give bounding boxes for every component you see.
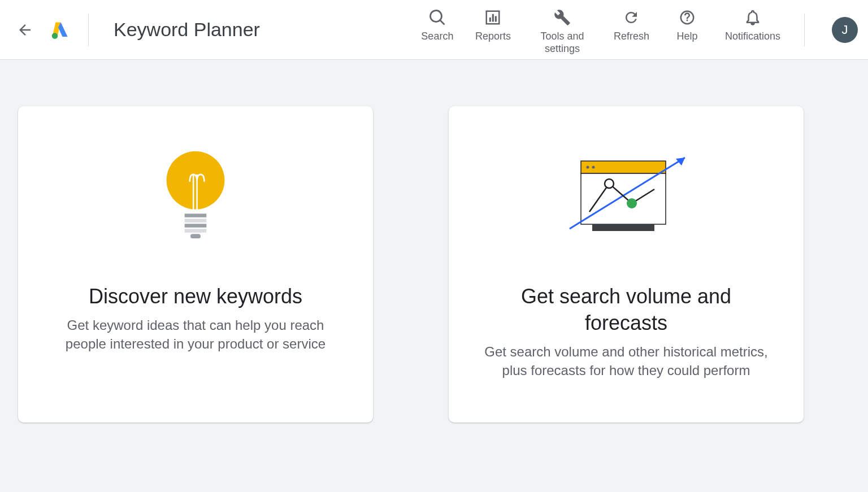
volume-card-title: Get search volume and forecasts	[491, 284, 762, 337]
wrench-icon	[553, 8, 572, 27]
header-left: Keyword Planner	[16, 14, 260, 46]
svg-rect-9	[185, 224, 207, 227]
user-avatar[interactable]: J	[832, 17, 858, 43]
svg-point-20	[627, 198, 637, 208]
google-ads-icon	[50, 20, 70, 40]
search-icon	[428, 8, 447, 27]
discover-keywords-card[interactable]: Discover new keywords Get keyword ideas …	[18, 106, 373, 423]
header-divider-2	[804, 14, 805, 46]
google-ads-logo[interactable]	[49, 19, 71, 41]
nav-tools-settings[interactable]: Tools and settings	[531, 5, 593, 55]
svg-point-13	[587, 166, 589, 169]
chart-forecast-icon	[558, 147, 694, 249]
nav-refresh[interactable]: Refresh	[614, 5, 649, 43]
back-button[interactable]	[16, 21, 34, 39]
header-right: Search Reports Tools and settings Refres…	[420, 5, 858, 55]
app-header: Keyword Planner Search Reports Tools and…	[0, 0, 868, 60]
svg-rect-16	[592, 224, 654, 231]
svg-rect-7	[185, 214, 207, 217]
svg-rect-15	[581, 173, 666, 224]
nav-refresh-label: Refresh	[614, 31, 649, 43]
nav-help[interactable]: Help	[670, 5, 705, 43]
nav-tools-label: Tools and settings	[531, 31, 593, 55]
svg-point-0	[52, 33, 58, 39]
svg-rect-3	[492, 14, 494, 22]
bell-icon	[743, 8, 762, 27]
nav-reports-label: Reports	[475, 31, 511, 43]
nav-search[interactable]: Search	[420, 5, 455, 43]
header-divider	[88, 14, 89, 46]
refresh-icon	[622, 8, 641, 27]
volume-card-desc: Get search volume and other historical m…	[479, 342, 773, 380]
nav-notifications-label: Notifications	[725, 31, 780, 43]
svg-rect-10	[185, 229, 207, 232]
discover-card-desc: Get keyword ideas that can help you reac…	[49, 316, 342, 354]
bar-chart-icon	[483, 8, 502, 27]
svg-rect-2	[489, 18, 491, 22]
svg-rect-4	[495, 16, 497, 21]
search-volume-card[interactable]: Get search volume and forecasts Get sear…	[449, 106, 804, 423]
help-icon	[678, 8, 697, 27]
lightbulb-icon	[159, 147, 232, 249]
main-content: Discover new keywords Get keyword ideas …	[0, 60, 868, 445]
svg-rect-11	[190, 234, 201, 238]
svg-point-19	[605, 179, 614, 188]
nav-reports[interactable]: Reports	[475, 5, 511, 43]
arrow-left-icon	[16, 21, 33, 38]
svg-point-14	[592, 166, 595, 169]
svg-rect-8	[185, 219, 207, 222]
nav-help-label: Help	[676, 31, 697, 43]
discover-card-title: Discover new keywords	[89, 284, 302, 310]
nav-search-label: Search	[421, 31, 453, 43]
page-title: Keyword Planner	[114, 19, 260, 41]
nav-notifications[interactable]: Notifications	[725, 5, 780, 43]
